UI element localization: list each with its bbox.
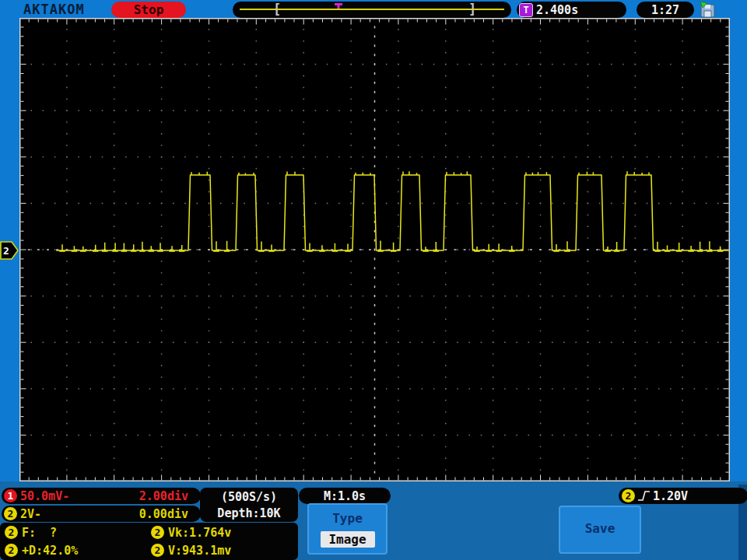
channel-1-chip-icon: 1 xyxy=(4,489,17,502)
channel-2-chip-icon: 2 xyxy=(622,489,635,502)
ch2-settings-badge: 2 2V- 0.00div xyxy=(2,506,201,522)
ch2-scale: 2V- xyxy=(20,507,41,521)
type-menu-value[interactable]: Image xyxy=(321,531,375,548)
trigger-t-icon: T xyxy=(519,3,533,17)
measure-text: F: ? xyxy=(22,526,57,540)
ch1-offset: 2.00div xyxy=(139,489,188,503)
clock-value: 1:27 xyxy=(651,3,679,17)
measure-vk: 2 Vk:1.764v xyxy=(146,526,298,540)
type-menu-button[interactable]: Type Image xyxy=(307,503,388,555)
timebase-badge: M:1.0s xyxy=(299,488,391,504)
save-button[interactable]: Save xyxy=(559,506,641,554)
memory-depth: Depth:10K xyxy=(200,506,298,522)
measure-text: V:943.1mv xyxy=(168,544,231,558)
storage-disk-icon xyxy=(698,2,718,18)
trigger-level-badge: 2 1.20V xyxy=(619,488,747,504)
ch2-marker-label: 2 xyxy=(3,245,9,257)
measure-frequency: 2 F: ? xyxy=(0,526,146,540)
ch2-offset: 0.00div xyxy=(139,507,188,521)
acquisition-badge: (500S/s) Depth:10K xyxy=(200,488,298,522)
trigger-time-value: 2.400s xyxy=(536,3,578,17)
measure-text: Vk:1.764v xyxy=(168,526,231,540)
trigger-position-marker-icon xyxy=(335,3,343,9)
window-right-bracket: ] xyxy=(468,2,476,18)
channel-2-chip-icon: 2 xyxy=(4,507,17,520)
channel-2-chip-icon: 2 xyxy=(151,526,164,539)
waveform-display xyxy=(19,18,730,481)
trigger-position-bar: [ ] xyxy=(233,2,511,18)
ch2-waveform-trace xyxy=(19,18,730,481)
oscilloscope-screen: { "header": { "brand": "AKTAKOM", "run_s… xyxy=(0,0,747,560)
trigger-level-value: 1.20V xyxy=(653,489,688,503)
measure-duty: 2 +D:42.0% xyxy=(0,544,146,558)
trigger-time-badge: T 2.400s xyxy=(517,2,626,18)
measure-voltage: 2 V:943.1mv xyxy=(146,544,298,558)
type-menu-label: Type xyxy=(309,511,386,526)
measurements-box: 2 F: ? 2 Vk:1.764v 2 +D:42.0% 2 V:943.1m… xyxy=(0,523,298,560)
ch2-position-marker: 2 xyxy=(0,240,19,261)
clock-badge: 1:27 xyxy=(637,2,694,18)
channel-2-chip-icon: 2 xyxy=(151,544,164,557)
run-state-badge: Stop xyxy=(111,2,186,18)
timebase-value: M:1.0s xyxy=(324,489,366,503)
ch1-scale: 50.0mV- xyxy=(20,489,69,503)
channel-2-chip-icon: 2 xyxy=(5,526,18,539)
save-button-label: Save xyxy=(585,521,615,536)
rising-edge-icon xyxy=(637,489,651,502)
measure-text: +D:42.0% xyxy=(22,544,78,558)
run-state-label: Stop xyxy=(134,2,164,17)
status-panel: 1 50.0mV- 2.00div 2 2V- 0.00div (500S/s)… xyxy=(0,481,747,560)
brand-label: AKTAKOM xyxy=(23,2,85,17)
ch1-settings-badge: 1 50.0mV- 2.00div xyxy=(2,488,201,504)
window-left-bracket: [ xyxy=(273,2,281,18)
channel-2-chip-icon: 2 xyxy=(5,544,18,557)
sample-rate: (500S/s) xyxy=(200,489,298,506)
